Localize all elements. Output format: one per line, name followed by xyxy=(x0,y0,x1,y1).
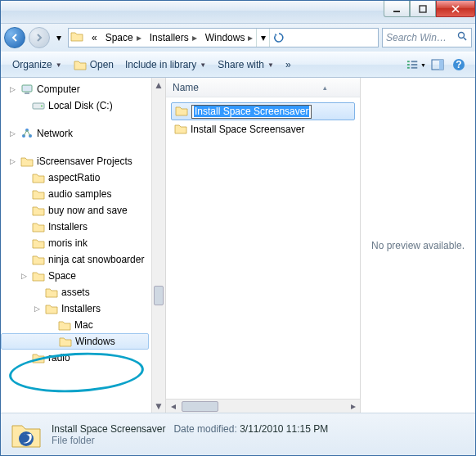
tree-vertical-scrollbar[interactable]: ▲ ▼ xyxy=(151,78,165,413)
horizontal-scrollbar[interactable]: ◂ ▸ xyxy=(166,399,360,413)
open-folder-icon xyxy=(74,59,87,70)
share-with-button[interactable]: Share with▼ xyxy=(213,56,279,73)
navigation-tree[interactable]: ▷Computer Local Disk (C:) ▷Network ▷iScr… xyxy=(1,78,166,413)
file-list-pane: Name ▴ Install Space Screensaver Install… xyxy=(166,78,361,413)
tree-item[interactable]: Installers xyxy=(1,219,165,235)
breadcrumb-overflow[interactable]: « xyxy=(87,29,101,47)
address-bar[interactable]: « Space▸ Installers▸ Windows▸ ▾ xyxy=(68,28,379,47)
status-modified-label: Date modified: xyxy=(173,423,236,435)
view-options-button[interactable]: ▼ xyxy=(406,55,426,74)
svg-rect-8 xyxy=(411,67,418,69)
help-button[interactable]: ? xyxy=(449,55,469,74)
drive-icon xyxy=(32,99,45,112)
svg-rect-6 xyxy=(411,61,418,62)
tree-item[interactable]: buy now and save xyxy=(1,202,165,219)
include-in-library-button[interactable]: Include in library▼ xyxy=(120,56,211,73)
svg-rect-5 xyxy=(407,67,410,69)
folder-icon xyxy=(58,318,71,332)
preview-pane-button[interactable] xyxy=(428,55,447,74)
details-pane: Install Space Screensaver Date modified:… xyxy=(1,413,475,455)
svg-rect-13 xyxy=(22,85,32,92)
scroll-thumb[interactable] xyxy=(154,286,164,305)
folder-icon xyxy=(175,105,188,119)
scroll-right-icon[interactable]: ▸ xyxy=(346,400,360,412)
folder-icon xyxy=(32,351,45,364)
svg-rect-10 xyxy=(439,60,443,70)
tree-space-installers[interactable]: ▷Installers xyxy=(1,300,165,317)
navigation-bar: ▾ « Space▸ Installers▸ Windows▸ ▾ Search… xyxy=(1,24,475,52)
folder-icon xyxy=(174,123,187,137)
close-button[interactable] xyxy=(436,1,475,17)
refresh-button[interactable] xyxy=(269,29,287,47)
scroll-left-icon[interactable]: ◂ xyxy=(166,400,180,412)
content-area: ▷Computer Local Disk (C:) ▷Network ▷iScr… xyxy=(1,78,475,413)
folder-icon xyxy=(32,253,45,266)
tree-item[interactable]: moris ink xyxy=(1,235,165,251)
folder-icon xyxy=(20,155,34,168)
back-button[interactable] xyxy=(4,27,25,48)
tree-item[interactable]: radio xyxy=(1,350,165,366)
folder-icon xyxy=(32,204,45,217)
tree-local-disk[interactable]: Local Disk (C:) xyxy=(1,97,165,114)
folder-icon xyxy=(59,335,72,348)
computer-icon xyxy=(20,83,34,96)
tree-mac[interactable]: Mac xyxy=(1,317,165,333)
folder-icon xyxy=(45,286,58,299)
tree-network[interactable]: ▷Network xyxy=(1,125,165,142)
folder-icon xyxy=(32,187,45,201)
svg-point-16 xyxy=(41,106,43,107)
tree-space-assets[interactable]: assets xyxy=(1,284,165,300)
nav-history-dropdown[interactable]: ▾ xyxy=(53,32,65,43)
folder-icon xyxy=(32,237,45,250)
search-input[interactable]: Search Win… xyxy=(382,28,472,47)
toolbar-overflow[interactable]: » xyxy=(281,56,296,73)
forward-button[interactable] xyxy=(29,27,50,48)
breadcrumb-windows[interactable]: Windows▸ xyxy=(200,29,257,47)
folder-icon xyxy=(70,30,85,45)
search-placeholder: Search Win… xyxy=(386,32,447,43)
svg-text:?: ? xyxy=(456,59,461,70)
scroll-thumb[interactable] xyxy=(182,401,218,412)
preview-message: No preview available. xyxy=(371,240,465,251)
svg-rect-4 xyxy=(407,64,410,65)
titlebar[interactable] xyxy=(1,1,475,24)
status-text: Install Space Screensaver Date modified:… xyxy=(52,423,328,446)
file-list[interactable]: Install Space Screensaver Install Space … xyxy=(166,97,360,399)
file-row[interactable]: Install Space Screensaver xyxy=(171,120,355,138)
tree-item[interactable]: audio samples xyxy=(1,186,165,202)
search-icon xyxy=(457,31,468,44)
svg-rect-14 xyxy=(25,93,29,94)
organize-button[interactable]: Organize▼ xyxy=(7,56,67,73)
folder-icon xyxy=(32,220,45,233)
address-dropdown[interactable]: ▾ xyxy=(256,29,269,47)
sort-indicator-icon: ▴ xyxy=(323,84,327,92)
explorer-window: ▾ « Space▸ Installers▸ Windows▸ ▾ Search… xyxy=(0,0,476,456)
item-icon xyxy=(9,418,43,452)
minimize-button[interactable] xyxy=(384,1,410,17)
svg-point-2 xyxy=(459,33,465,38)
file-row-selected[interactable]: Install Space Screensaver xyxy=(171,102,355,120)
open-button[interactable]: Open xyxy=(69,56,119,73)
status-item-type: File folder xyxy=(52,435,328,446)
maximize-button[interactable] xyxy=(410,1,436,17)
tree-item[interactable]: aspectRatio xyxy=(1,169,165,186)
scroll-up-icon[interactable]: ▲ xyxy=(152,78,165,92)
svg-rect-3 xyxy=(407,61,410,62)
rename-input[interactable]: Install Space Screensaver xyxy=(191,105,312,119)
breadcrumb-space[interactable]: Space▸ xyxy=(101,29,145,47)
scroll-down-icon[interactable]: ▼ xyxy=(152,399,165,413)
tree-item[interactable]: ninja cat snowboarder xyxy=(1,251,165,268)
svg-rect-1 xyxy=(420,6,426,12)
tree-projects[interactable]: ▷iScreensaver Projects xyxy=(1,153,165,169)
tree-space[interactable]: ▷Space xyxy=(1,268,165,284)
folder-icon xyxy=(32,269,45,282)
tree-computer[interactable]: ▷Computer xyxy=(1,81,165,97)
network-icon xyxy=(20,127,34,140)
svg-rect-0 xyxy=(393,11,400,12)
folder-icon xyxy=(32,171,45,184)
breadcrumb-installers[interactable]: Installers▸ xyxy=(145,29,200,47)
svg-rect-7 xyxy=(411,64,418,65)
tree-windows[interactable]: Windows xyxy=(1,333,149,350)
status-modified-value: 3/11/2010 11:15 PM xyxy=(240,423,328,435)
column-header-name[interactable]: Name ▴ xyxy=(166,78,360,97)
